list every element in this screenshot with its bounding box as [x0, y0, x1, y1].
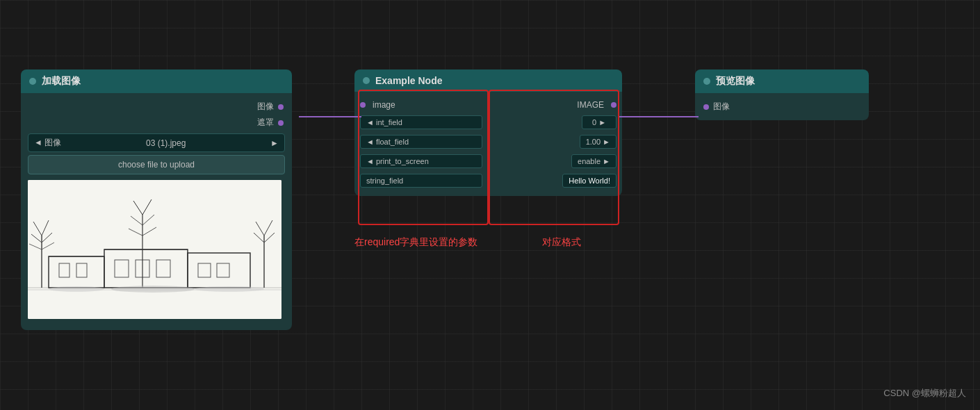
output-0-box[interactable]: 0 ► [582, 115, 616, 129]
image-preview [28, 180, 281, 319]
node1-title: 加载图像 [42, 75, 81, 88]
node1-body: 图像 遮罩 ◄ 图像 03 (1).jpeg ► choose file to … [21, 93, 292, 330]
node-load: #5 🦊 加载图像 图像 遮罩 ◄ 图像 03 (1).jpeg ► [21, 69, 292, 330]
node2-body: image ◄ int_field ◄ float_field ◄ print_… [354, 92, 622, 196]
canvas: #5 🦊 加载图像 图像 遮罩 ◄ 图像 03 (1).jpeg ► [0, 0, 980, 410]
node-preview: #6 🦊 预览图像 图像 [695, 69, 869, 120]
node1-header: 加载图像 [21, 69, 292, 93]
output-image-connector [611, 102, 616, 108]
output-1-box[interactable]: 1.00 ► [580, 135, 616, 149]
node2-header: Example Node [354, 69, 622, 92]
output-hello-box: Hello World! [562, 174, 616, 188]
watermark: CSDN @螺蛳粉超人 [883, 387, 966, 400]
print-field-box[interactable]: ◄ print_to_screen [360, 154, 482, 168]
upload-button[interactable]: choose file to upload [28, 155, 285, 174]
node1-mask-row: 遮罩 [21, 115, 292, 131]
svg-point-35 [111, 286, 195, 293]
image-prev-btn[interactable]: ◄ 图像 [34, 137, 61, 149]
node1-mask-connector [278, 120, 284, 126]
node1-image-row: 图像 [21, 99, 292, 115]
outputs-panel: IMAGE 0 ► 1.00 ► enable ► Hello World! [489, 97, 622, 190]
output-hello-row: Hello World! [489, 171, 622, 190]
svg-point-34 [49, 286, 104, 292]
input-float-row: ◄ float_field [354, 132, 488, 151]
input-int-row: ◄ int_field [354, 113, 488, 132]
output-enable-box[interactable]: enable ► [571, 154, 616, 168]
inputs-panel: image ◄ int_field ◄ float_field ◄ print_… [354, 97, 489, 190]
annotation-right: 对应格式 [542, 236, 581, 249]
node3-image-row: 图像 [695, 99, 869, 115]
input-image-row: image [354, 97, 488, 113]
node2-status-dot [363, 77, 370, 84]
output-enable-row: enable ► [489, 151, 622, 171]
node1-status-dot [29, 78, 36, 85]
image-filename: 03 (1).jpeg [146, 138, 186, 148]
image-next-btn[interactable]: ► [270, 138, 279, 148]
node1-mask-label: 遮罩 [257, 117, 274, 129]
image-selector[interactable]: ◄ 图像 03 (1).jpeg ► [28, 133, 285, 152]
output-0-row: 0 ► [489, 113, 622, 132]
int-field-box[interactable]: ◄ int_field [360, 115, 482, 129]
node3-image-connector [703, 104, 709, 110]
input-string-row: string_field [354, 171, 488, 190]
node3-status-dot [703, 78, 710, 85]
node3-body: 图像 [695, 93, 869, 120]
input-print-row: ◄ print_to_screen [354, 151, 488, 171]
input-image-label: image [373, 100, 395, 110]
output-image-row: IMAGE [489, 97, 622, 113]
node1-image-label: 图像 [257, 101, 274, 113]
float-field-box[interactable]: ◄ float_field [360, 135, 482, 149]
annotation-left: 在required字典里设置的参数 [354, 236, 477, 249]
node1-image-connector [278, 104, 284, 110]
node3-header: 预览图像 [695, 69, 869, 93]
output-image-label: IMAGE [577, 100, 604, 110]
node3-title: 预览图像 [716, 75, 755, 88]
sketch-image [28, 180, 281, 319]
node-example: #4 comfy_clip_blip_node 🦊 Example Node i… [354, 69, 622, 196]
output-1-row: 1.00 ► [489, 132, 622, 151]
svg-point-36 [195, 286, 264, 292]
string-field-box[interactable]: string_field [360, 174, 482, 188]
input-image-connector [360, 102, 366, 108]
node2-title: Example Node [375, 75, 442, 86]
node3-image-label: 图像 [713, 101, 730, 113]
